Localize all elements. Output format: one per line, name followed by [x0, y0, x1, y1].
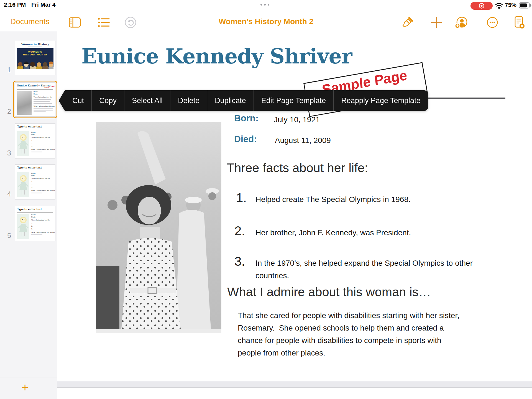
admire-paragraph-line[interactable]: people from other places. — [238, 347, 325, 359]
fact-2-text[interactable]: Her brother, John F. Kennedy, was Presid… — [255, 228, 411, 237]
page-number: 2 — [3, 108, 11, 116]
pages-app-window: 2:16 PM Fri Mar 4 75% Documents — [0, 0, 532, 399]
reader-view-button[interactable] — [512, 16, 526, 29]
menu-item-copy[interactable]: Copy — [91, 90, 124, 111]
thumb-admire-label: What I admire about this woman is… — [34, 105, 54, 107]
illustration-women-icon — [17, 61, 53, 69]
clock-date: Fri Mar 4 — [31, 1, 56, 8]
insert-plus-icon — [430, 16, 443, 29]
fact-3-number: 3. — [234, 254, 245, 269]
menu-item-delete[interactable]: Delete — [170, 90, 207, 111]
collaborate-icon — [454, 16, 468, 29]
context-menu-arrow — [59, 90, 65, 111]
photo-eunice-shriver[interactable] — [96, 122, 221, 329]
thumb-subtitle-bar — [28, 47, 42, 47]
page-number: 5 — [3, 232, 11, 240]
thumb-rule — [17, 89, 53, 89]
illustration-text: WOMEN'S — [17, 50, 53, 53]
thumbnail-page-1[interactable]: Women in History WOMEN'S HISTORY MONTH — [15, 41, 55, 75]
thumb-died-label: Died: — [34, 93, 54, 95]
sidebar-footer-divider — [0, 377, 57, 377]
thumb-figure-illustration — [17, 214, 29, 239]
page-boundary-gap — [57, 381, 532, 388]
thumb-cover-title: Women in History — [15, 43, 55, 46]
fact-1-text[interactable]: Helped create The Special Olympics in 19… — [255, 195, 411, 204]
reader-view-icon — [512, 16, 526, 29]
menu-item-reapply-page-template[interactable]: Reapply Page Template — [333, 90, 428, 111]
illustration-text: HISTORY MONTH — [17, 53, 53, 56]
born-value[interactable]: July 10, 1921 — [274, 115, 320, 124]
thumbnail-page-2-selected[interactable]: Eunice Kennedy Shriver Sample Page Born:… — [15, 82, 55, 117]
thumb-title: Type to enter text — [17, 208, 42, 211]
doc-heading-name[interactable]: Eunice Kennedy Shriver — [81, 44, 352, 68]
add-page-button[interactable]: + — [22, 382, 29, 393]
fact-3-text-line2[interactable]: countries. — [255, 271, 289, 280]
screen-recording-indicator[interactable] — [470, 2, 493, 10]
thumb-cover-illustration: WOMEN'S HISTORY MONTH — [17, 48, 53, 69]
admire-paragraph-line[interactable]: That she cared for people with disabilit… — [238, 309, 459, 322]
facts-heading[interactable]: Three facts about her life: — [227, 161, 368, 175]
page-number: 4 — [3, 190, 11, 198]
battery-percent: 75% — [505, 2, 516, 8]
menu-item-select-all[interactable]: Select All — [124, 90, 170, 111]
admire-heading[interactable]: What I admire about this woman is… — [227, 285, 431, 299]
thumb-facts-label: Three facts about her life: — [34, 96, 54, 98]
fact-2-number: 2. — [234, 223, 245, 238]
page-number: 1 — [3, 66, 11, 74]
thumb-photo — [17, 91, 32, 115]
photo-image — [96, 122, 221, 329]
page-number: 3 — [3, 149, 11, 157]
battery-icon — [519, 2, 531, 9]
thumb-figure-illustration — [17, 131, 29, 156]
menu-item-duplicate[interactable]: Duplicate — [207, 90, 254, 111]
died-value[interactable]: August 11, 2009 — [275, 136, 331, 145]
died-label[interactable]: Died: — [234, 134, 257, 144]
admire-paragraph-line[interactable]: Rosemary. She opened schools to help the… — [238, 322, 444, 334]
fact-1-number: 1. — [236, 190, 247, 205]
clock-time: 2:16 PM — [4, 1, 26, 8]
multitasking-dots-icon[interactable] — [260, 4, 269, 6]
thumbnail-page-3[interactable]: Type to enter text Born: Died: Three fac… — [15, 123, 55, 158]
thumb-figure-illustration — [17, 172, 29, 197]
more-button[interactable] — [486, 16, 499, 29]
fact-3-text-line1[interactable]: In the 1970’s, she helped expand the Spe… — [255, 259, 473, 268]
thumb-title: Type to enter text — [17, 166, 42, 169]
record-icon — [478, 2, 485, 9]
document-title[interactable]: Women’s History Month 2 — [0, 17, 532, 26]
wifi-icon — [495, 2, 503, 9]
photo-shadow — [96, 329, 221, 333]
thumb-title: Type to enter text — [17, 125, 42, 128]
thumbnail-page-5[interactable]: Type to enter text Born: Died: Three fac… — [15, 206, 55, 241]
menu-item-cut[interactable]: Cut — [65, 90, 91, 111]
menu-item-edit-page-template[interactable]: Edit Page Template — [254, 90, 334, 111]
born-label[interactable]: Born: — [234, 113, 259, 124]
insert-button[interactable] — [430, 16, 443, 29]
more-icon — [486, 16, 499, 29]
admire-paragraph-line[interactable]: chance for people with disabilities to c… — [238, 334, 441, 347]
format-button[interactable] — [401, 16, 414, 29]
thumb-born-label: Born: — [34, 91, 54, 93]
edit-context-menu: Cut Copy Select All Delete Duplicate Edi… — [59, 90, 428, 111]
thumb-text-block: Born: Died: Three facts about her life: … — [34, 91, 54, 112]
format-brush-icon — [401, 16, 414, 29]
thumbnail-page-4[interactable]: Type to enter text Born: Died: Three fac… — [15, 164, 55, 200]
collaborate-button[interactable] — [454, 16, 468, 29]
